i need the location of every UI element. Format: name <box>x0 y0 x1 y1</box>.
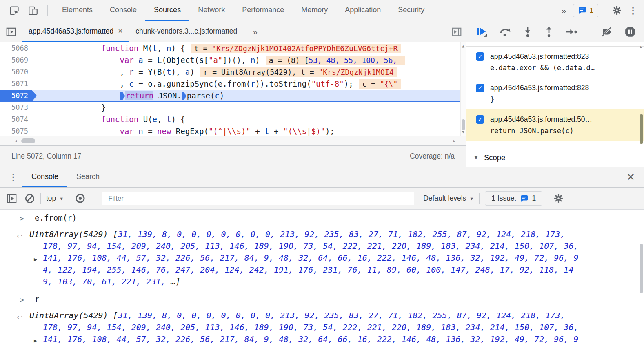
breakpoint-checkbox[interactable]: ✓ <box>476 115 484 124</box>
panel-tab-application[interactable]: Application <box>336 0 389 21</box>
breakpoint-checkbox[interactable]: ✓ <box>476 52 484 61</box>
line-number[interactable]: 5071 <box>0 78 35 90</box>
result-line: 141, 176, 108, 44, 57, 32, 226, 56, 217,… <box>43 252 636 264</box>
inspect-element-icon[interactable] <box>9 5 20 16</box>
breakpoint-location: app.45d46a53.js:formatted:50… <box>490 114 633 125</box>
code-text[interactable]: var a = L(Object(s["a"])(), n)a = (8) [5… <box>35 54 405 66</box>
toggle-debugger-sidebar-icon[interactable] <box>451 27 462 37</box>
log-levels-selector[interactable]: Default levels▼ <box>423 194 474 203</box>
line-number[interactable]: 5072 <box>0 90 40 102</box>
result-line: Uint8Array(5429) [31, 139, 8, 0, 0, 0, 0… <box>43 310 636 322</box>
file-tab-2[interactable]: chunk-vendors.3...c.js:formatted <box>129 21 244 42</box>
panel-tab-elements[interactable]: Elements <box>53 0 101 21</box>
devtools-menu-kebab-icon[interactable]: ⋮ <box>628 6 637 15</box>
issues-button[interactable]: 1 Issue: 1 <box>485 191 542 206</box>
issues-button[interactable]: 1 <box>573 4 598 17</box>
scroll-right-arrow-icon[interactable]: ▸ <box>453 139 455 143</box>
step-into-icon[interactable] <box>523 26 533 38</box>
panel-tab-memory[interactable]: Memory <box>293 0 336 21</box>
step-over-icon[interactable] <box>499 27 511 37</box>
console-filter-input[interactable] <box>102 192 414 205</box>
more-file-tabs-chevron-icon[interactable]: » <box>253 27 258 37</box>
devtools-main-toolbar: ElementsConsoleSourcesNetworkPerformance… <box>0 0 644 21</box>
console-sidebar-toggle-icon[interactable] <box>7 193 17 204</box>
expand-triangle-icon[interactable]: ▶ <box>34 253 37 265</box>
toolbar-separator <box>47 5 48 16</box>
console-input-entry: >e.from(r) <box>0 210 644 226</box>
breakpoint-item-partial <box>466 42 644 47</box>
scrollbar-thumb[interactable] <box>21 138 35 143</box>
line-number[interactable]: 5073 <box>0 102 35 114</box>
code-text[interactable]: function U(e, t) { <box>35 114 185 125</box>
toggle-navigator-sidebar-icon[interactable] <box>6 27 16 37</box>
panel-tab-console[interactable]: Console <box>101 0 145 21</box>
settings-gear-icon[interactable] <box>612 5 622 16</box>
breakpoint-item-3[interactable]: ✓app.45d46a53.js:formatted:50…return JSO… <box>466 109 644 141</box>
editor-horizontal-scrollbar[interactable]: ◂ ▸ <box>0 136 466 145</box>
toolbar-separator <box>548 193 548 204</box>
expand-triangle-icon[interactable]: ▶ <box>34 335 37 344</box>
resume-script-icon[interactable] <box>475 26 488 38</box>
line-number[interactable]: 5074 <box>0 114 35 125</box>
code-editor[interactable]: 5068 function M(t, n) {t = "Krs/ZDgzNjk1… <box>0 42 466 136</box>
toolbar-separator <box>605 5 605 16</box>
return-value-chevron-icon: ‹· <box>16 230 23 241</box>
step-icon[interactable] <box>565 27 577 37</box>
result-line: 178, 97, 94, 154, 209, 240, 205, 113, 14… <box>43 240 636 252</box>
scrollbar-thumb[interactable] <box>462 119 465 130</box>
file-tab-1[interactable]: app.45d46a53.js:formatted× <box>22 21 129 42</box>
code-line-5071: 5071 , c = o.a.gunzipSync(e.from(r)).toS… <box>0 78 466 90</box>
drawer-tab-search[interactable]: Search <box>67 167 109 187</box>
line-number[interactable]: 5068 <box>0 42 35 54</box>
code-text[interactable]: var n = new RegExp("(^|\\s)" + t + "(\\s… <box>35 125 335 136</box>
toolbar-separator <box>589 27 589 37</box>
panel-tab-security[interactable]: Security <box>389 0 433 21</box>
issues-chat-icon <box>578 7 586 14</box>
panel-tab-network[interactable]: Network <box>189 0 233 21</box>
scroll-up-arrow-icon[interactable]: ▲ <box>462 44 464 48</box>
input-chevron-icon: > <box>20 213 24 224</box>
console-toolbar: top▼ Default levels▼ 1 Issue: 1 <box>0 188 644 210</box>
drawer-tab-console[interactable]: Console <box>22 167 67 187</box>
issues-count: 1 <box>590 7 593 15</box>
console-output: >e.from(r)‹·▶Uint8Array(5429) [31, 139, … <box>0 210 644 344</box>
device-toolbar-icon[interactable] <box>28 5 38 16</box>
line-number[interactable]: 5070 <box>0 66 35 78</box>
panel-tab-sources[interactable]: Sources <box>145 0 189 21</box>
scrollbar-thumb[interactable] <box>640 114 643 144</box>
drawer-menu-kebab-icon[interactable]: ⋮ <box>0 172 22 182</box>
code-text[interactable]: function M(t, n) {t = "Krs/ZDgzNjk1MOI40… <box>35 42 401 54</box>
panel-tab-performance[interactable]: Performance <box>233 0 293 21</box>
breakpoint-item-2[interactable]: ✓app.45d46a53.js:formatted:828} <box>466 78 644 109</box>
close-drawer-icon[interactable]: ✕ <box>626 171 635 183</box>
scroll-left-arrow-icon[interactable]: ◂ <box>15 139 17 143</box>
file-tab-bar: app.45d46a53.js:formatted×chunk-vendors.… <box>0 21 466 42</box>
paused-position-marker-icon[interactable] <box>120 92 125 100</box>
more-panels-chevron-icon[interactable]: » <box>562 6 566 15</box>
paused-position-marker-icon[interactable] <box>182 92 187 100</box>
scope-section-header[interactable]: ▼ Scope <box>466 148 644 167</box>
code-text[interactable]: return JSON.parse(c) <box>40 90 224 102</box>
code-text[interactable]: , c = o.a.gunzipSync(e.from(r)).toString… <box>35 78 401 90</box>
breakpoint-checkbox[interactable]: ✓ <box>476 84 484 92</box>
step-out-icon[interactable] <box>544 26 554 38</box>
issues-chat-icon <box>520 195 528 202</box>
console-settings-gear-icon[interactable] <box>553 193 564 203</box>
deactivate-breakpoints-icon[interactable] <box>601 27 613 37</box>
breakpoint-item-1[interactable]: ✓app.45d46a53.js:formatted:823e.data.exo… <box>466 47 644 78</box>
cursor-position-text: Line 5072, Column 17 <box>11 152 81 161</box>
scrollbar-thumb[interactable] <box>640 244 643 293</box>
clear-console-icon[interactable] <box>24 193 35 204</box>
collapse-triangle-icon: ▼ <box>473 154 479 161</box>
context-selector[interactable]: top▼ <box>46 194 64 203</box>
code-text[interactable]: } <box>35 102 106 114</box>
line-number[interactable]: 5075 <box>0 125 35 136</box>
line-number[interactable]: 5069 <box>0 54 35 66</box>
editor-vertical-scrollbar[interactable]: ▲ ▼ <box>460 42 466 136</box>
scroll-up-arrow-icon[interactable]: ▲ <box>639 45 643 49</box>
close-tab-icon[interactable]: × <box>118 27 122 36</box>
scroll-down-arrow-icon[interactable]: ▼ <box>462 130 464 134</box>
code-text[interactable]: , r = Y(B(t), a)r = Uint8Array(5429), t … <box>35 66 397 78</box>
pause-on-exceptions-icon[interactable] <box>624 26 636 38</box>
live-expression-eye-icon[interactable] <box>75 193 86 204</box>
